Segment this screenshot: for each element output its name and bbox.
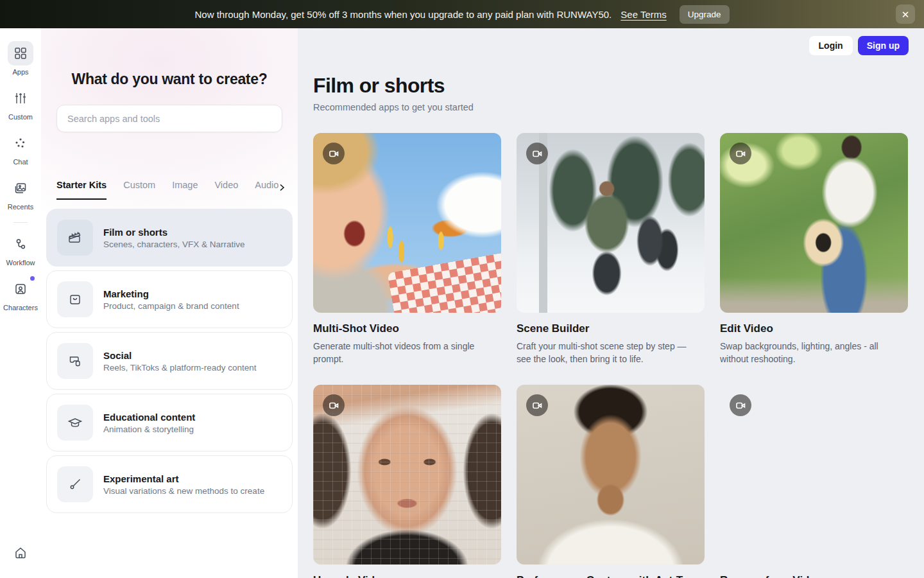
card-edit-video[interactable]: Edit Video Swap backgrounds, lighting, a… — [720, 133, 908, 365]
grid-icon — [8, 41, 33, 66]
kit-experimental-art[interactable]: Experimental art Visual variations & new… — [46, 455, 293, 513]
kit-subtitle: Animation & storytelling — [103, 425, 195, 434]
sidebar-item-label: Chat — [13, 158, 28, 166]
kit-title: Educational content — [103, 412, 195, 423]
notification-dot — [30, 276, 35, 281]
page-title: Film or shorts — [313, 74, 909, 98]
sidebar-item-label: Custom — [8, 113, 33, 121]
card-title: Edit Video — [720, 322, 908, 335]
sidebar-item-label: Apps — [12, 68, 28, 76]
sidebar-item-apps[interactable]: Apps — [0, 37, 41, 82]
brush-icon — [57, 466, 93, 502]
kit-film-or-shorts[interactable]: Film or shorts Scenes, characters, VFX &… — [46, 209, 293, 267]
tab-video[interactable]: Video — [214, 180, 238, 200]
chevron-right-icon[interactable] — [277, 183, 286, 192]
card-title: Remove from Video — [720, 574, 908, 578]
create-panel: What do you want to create? Starter Kits… — [41, 28, 298, 578]
promo-text: Now through Monday, get 50% off 3 months… — [194, 9, 612, 20]
card-thumbnail — [313, 133, 501, 313]
video-camera-icon — [323, 143, 345, 164]
banner-close-button[interactable]: ✕ — [896, 4, 915, 24]
graduation-cap-icon — [57, 405, 93, 441]
video-camera-icon — [526, 143, 548, 164]
main-content: Login Sign up Film or shorts Recommended… — [298, 28, 924, 578]
card-thumbnail — [720, 385, 908, 565]
signup-button[interactable]: Sign up — [858, 36, 909, 55]
sidebar-item-custom[interactable]: Custom — [0, 82, 41, 127]
person-card-icon — [8, 277, 33, 301]
tab-audio[interactable]: Audio — [255, 180, 278, 200]
kit-title: Film or shorts — [103, 227, 245, 238]
kit-educational-content[interactable]: Educational content Animation & storytel… — [46, 394, 293, 451]
kit-title: Social — [103, 350, 257, 361]
home-button[interactable] — [13, 546, 28, 563]
category-tabs: Starter Kits Custom Image Video Audio Mo… — [56, 180, 282, 200]
app-shell: Apps Custom Chat Recents — [0, 28, 924, 578]
card-description: Swap backgrounds, lighting, angles - all… — [720, 340, 901, 365]
card-performance-capture-act-two[interactable]: Performance Capture with Act-Two Animate… — [517, 385, 705, 578]
card-thumbnail — [720, 133, 908, 313]
kit-subtitle: Reels, TikToks & platform-ready content — [103, 363, 257, 372]
devices-icon — [57, 343, 93, 379]
rail-divider — [13, 222, 28, 223]
sidebar-item-label: Recents — [8, 203, 33, 211]
video-camera-icon — [730, 394, 751, 416]
panel-heading: What do you want to create? — [56, 71, 282, 88]
kit-social[interactable]: Social Reels, TikToks & platform-ready c… — [46, 332, 293, 390]
card-title: Performance Capture with Act-Two — [517, 574, 705, 578]
kit-subtitle: Scenes, characters, VFX & Narrative — [103, 240, 245, 249]
card-description: Generate multi-shot videos from a single… — [313, 340, 494, 365]
kit-subtitle: Visual variations & new methods to creat… — [103, 486, 264, 496]
search-input[interactable] — [56, 105, 282, 132]
auth-buttons: Login Sign up — [313, 36, 909, 55]
login-button[interactable]: Login — [809, 36, 853, 55]
sidebar-item-label: Workflow — [6, 259, 35, 267]
video-camera-icon — [323, 394, 345, 416]
card-upscale-video[interactable]: Upscale Video Upscale video with Topaz A… — [313, 385, 501, 578]
sidebar-item-label: Characters — [3, 304, 38, 311]
home-icon — [13, 551, 28, 562]
runway-app: Now through Monday, get 50% off 3 months… — [0, 0, 924, 578]
promo-banner: Now through Monday, get 50% off 3 months… — [0, 0, 924, 28]
sliders-icon — [8, 86, 33, 110]
tab-image[interactable]: Image — [172, 180, 198, 200]
kit-subtitle: Product, campaign & brand content — [103, 301, 239, 311]
nodes-icon — [8, 232, 33, 256]
sidebar-item-characters[interactable]: Characters — [0, 273, 41, 318]
close-icon: ✕ — [902, 10, 910, 19]
card-remove-from-video[interactable]: Remove from Video Remove objects without… — [720, 385, 908, 578]
clapperboard-icon — [57, 220, 93, 256]
kit-title: Experimental art — [103, 473, 264, 484]
card-title: Upscale Video — [313, 574, 501, 578]
video-camera-icon — [730, 143, 751, 164]
video-camera-icon — [526, 394, 548, 416]
see-terms-link[interactable]: See Terms — [620, 9, 666, 20]
shopping-bag-icon — [57, 281, 93, 317]
sidebar-item-recents[interactable]: Recents — [0, 172, 41, 217]
app-card-grid: Multi-Shot Video Generate multi-shot vid… — [313, 133, 909, 578]
page-subtitle: Recommended apps to get you started — [313, 102, 909, 112]
card-thumbnail — [517, 133, 705, 313]
card-title: Multi-Shot Video — [313, 322, 501, 335]
card-scene-builder[interactable]: Scene Builder Craft your multi-shot scen… — [517, 133, 705, 365]
sidebar-item-chat[interactable]: Chat — [0, 127, 41, 172]
upgrade-button[interactable]: Upgrade — [680, 5, 730, 24]
card-thumbnail — [313, 385, 501, 565]
dots-icon — [8, 131, 33, 155]
icon-rail: Apps Custom Chat Recents — [0, 28, 41, 578]
card-multi-shot-video[interactable]: Multi-Shot Video Generate multi-shot vid… — [313, 133, 501, 365]
tab-starter-kits[interactable]: Starter Kits — [56, 180, 107, 200]
card-title: Scene Builder — [517, 322, 705, 335]
tab-custom[interactable]: Custom — [123, 180, 155, 200]
card-description: Craft your multi-shot scene step by step… — [517, 340, 697, 365]
kit-marketing[interactable]: Marketing Product, campaign & brand cont… — [46, 270, 293, 328]
starter-kit-list: Film or shorts Scenes, characters, VFX &… — [46, 209, 293, 513]
sidebar-item-workflow[interactable]: Workflow — [0, 228, 41, 273]
card-thumbnail — [517, 385, 705, 565]
kit-title: Marketing — [103, 288, 239, 299]
photos-icon — [8, 176, 33, 200]
